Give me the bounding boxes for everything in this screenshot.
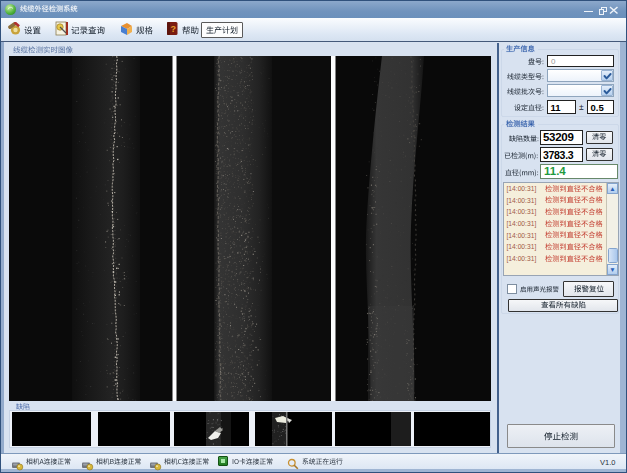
- svg-text:?: ?: [171, 24, 177, 34]
